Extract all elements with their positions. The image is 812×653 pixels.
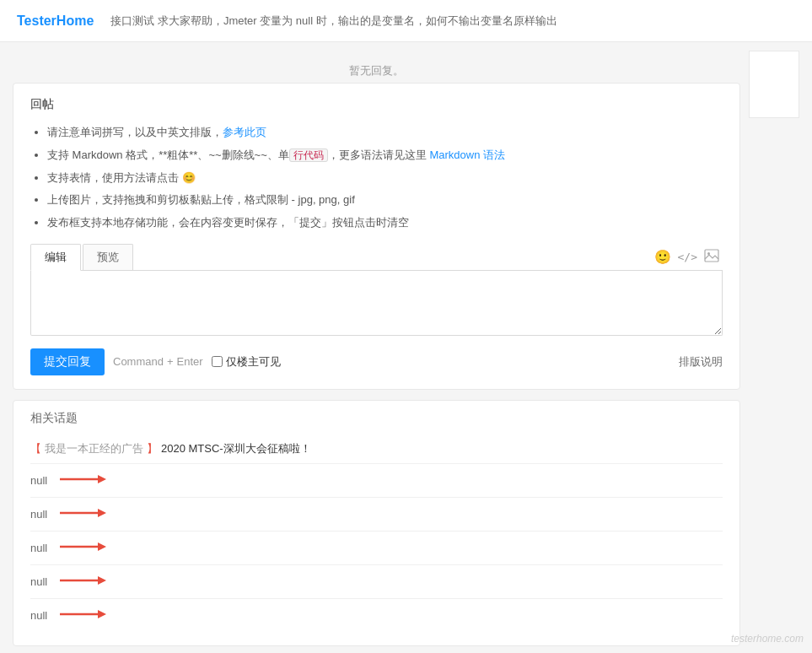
arrow-icon-2 [56,505,106,524]
editor-toolbar-right: 🙂 </> [654,248,723,270]
code-sample: 行代码 [289,148,328,162]
breadcrumb: 接口测试 求大家帮助，Jmeter 变量为 null 时，输出的是变量名，如何不… [110,13,557,29]
list-item[interactable]: null [30,498,723,532]
reference-link[interactable]: 参考此页 [223,126,266,138]
svg-point-1 [707,252,710,255]
list-item[interactable]: null [30,599,723,632]
related-title: 相关话题 [30,411,723,426]
tip-item-1: 请注意单词拼写，以及中英文排版，参考此页 [47,124,723,142]
null-label-1: null [30,474,47,487]
content-area: 暂无回复。 回帖 请注意单词拼写，以及中英文排版，参考此页 支持 Markdow… [13,51,740,646]
tab-preview[interactable]: 预览 [83,244,133,270]
owner-only-label[interactable]: 仅楼主可见 [212,354,281,370]
shortcut-command: Command [113,355,164,368]
sidebar-box [749,51,799,118]
list-item[interactable]: null [30,464,723,498]
svg-marker-3 [98,475,106,483]
svg-marker-5 [98,509,106,517]
arrow-icon-5 [56,606,106,625]
arrow-icon-4 [56,572,106,591]
editor-footer: 提交回复 Command + Enter 仅楼主可见 排版说明 [30,348,723,375]
related-topic-promo[interactable]: 【我是一本正经的广告】 2020 MTSC-深圳大会征稿啦！ [30,434,723,464]
emoji-icon[interactable]: 🙂 [654,249,671,265]
site-logo[interactable]: TesterHome [17,13,94,29]
code-icon[interactable]: </> [678,251,697,263]
owner-only-checkbox[interactable] [212,356,223,367]
shortcut-enter: Enter [177,355,203,368]
list-item[interactable]: null [30,565,723,599]
editor-tabs-row: 编辑 预览 🙂 </> [30,244,723,271]
shortcut-plus: + [167,355,174,368]
header: TesterHome 接口测试 求大家帮助，Jmeter 变量为 null 时，… [0,0,812,42]
svg-marker-11 [98,610,106,618]
tab-edit[interactable]: 编辑 [30,244,81,271]
promo-bracket-close: 】 [147,441,158,456]
reply-textarea[interactable] [30,271,723,336]
shortcut-hint: Command + Enter [113,355,203,368]
markdown-link[interactable]: Markdown 语法 [429,148,505,161]
tips-list: 请注意单词拼写，以及中英文排版，参考此页 支持 Markdown 格式，**粗体… [30,124,723,232]
tip-item-3: 支持表情，使用方法请点击 😊 [47,170,723,187]
editor: 编辑 预览 🙂 </> [30,244,723,338]
reply-title: 回帖 [30,97,723,112]
svg-marker-7 [98,542,106,551]
null-label-2: null [30,508,47,521]
submit-reply-button[interactable]: 提交回复 [30,348,105,375]
tip-item-4: 上传图片，支持拖拽和剪切板黏贴上传，格式限制 - jpg, png, gif [47,192,723,209]
svg-marker-9 [98,576,106,585]
image-icon[interactable] [704,248,719,267]
promo-bracket-open: 【 [30,441,41,456]
svg-rect-0 [705,250,718,262]
promo-content: 2020 MTSC-深圳大会征稿啦！ [161,441,311,456]
sidebar [749,51,799,646]
tip-item-2: 支持 Markdown 格式，**粗体**、~~删除线~~、单行代码，更多语法请… [47,147,723,165]
null-label-4: null [30,575,47,588]
arrow-icon-3 [56,538,106,558]
related-section: 相关话题 【我是一本正经的广告】 2020 MTSC-深圳大会征稿啦！ null [13,400,740,646]
arrow-icon-1 [56,471,106,490]
null-label-5: null [30,609,47,622]
null-label-3: null [30,542,47,554]
list-item[interactable]: null [30,532,723,565]
promo-text: 【我是一本正经的广告】 2020 MTSC-深圳大会征稿啦！ [30,441,311,456]
promo-ad-text: 我是一本正经的广告 [45,441,143,456]
tip-item-5: 发布框支持本地存储功能，会在内容变更时保存，「提交」按钮点击时清空 [47,214,723,232]
reply-section: 回帖 请注意单词拼写，以及中英文排版，参考此页 支持 Markdown 格式，*… [13,83,740,390]
main-container: 暂无回复。 回帖 请注意单词拼写，以及中英文排版，参考此页 支持 Markdow… [0,42,812,653]
owner-only-text: 仅楼主可见 [226,354,281,370]
no-reply-notice: 暂无回复。 [13,51,740,83]
format-help-link[interactable]: 排版说明 [679,354,723,370]
